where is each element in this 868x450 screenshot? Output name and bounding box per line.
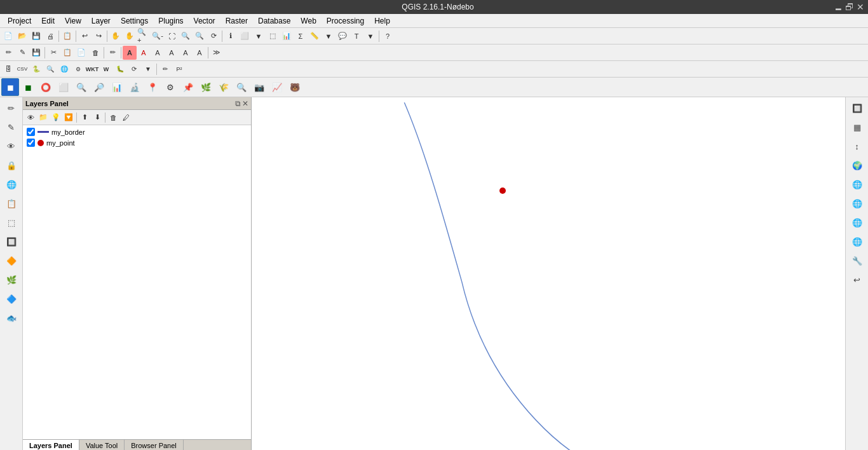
side-btn-12[interactable]: 🐟 — [3, 309, 20, 327]
python-button[interactable]: 🐍 — [29, 62, 43, 76]
expand-all-button[interactable]: ⬆ — [78, 111, 91, 124]
p2-button[interactable]: P² — [172, 62, 186, 76]
help-button[interactable]: ? — [381, 29, 395, 43]
refresh-button[interactable]: ⟳ — [207, 29, 220, 43]
label3-button[interactable]: A — [151, 46, 165, 60]
zoom-in-button[interactable]: 🔍+ — [137, 29, 151, 43]
side-btn-10[interactable]: 🌿 — [3, 271, 20, 289]
label-red-button[interactable]: A — [137, 46, 151, 60]
zoom-out-button[interactable]: 🔍- — [151, 29, 165, 43]
map-tool-magnify-button[interactable]: 🔬 — [126, 78, 144, 96]
text-dropdown-button[interactable]: ▼ — [363, 29, 377, 43]
openlayers-button[interactable]: 🌐 — [57, 62, 71, 76]
osm-button[interactable]: 🔍 — [43, 62, 57, 76]
map-canvas[interactable] — [252, 97, 845, 450]
measure-dropdown-button[interactable]: ▼ — [322, 29, 336, 43]
stats-button[interactable]: Σ — [294, 29, 308, 43]
map-tool-select-button[interactable]: ⬜ — [55, 78, 72, 96]
zoom-full-button[interactable]: ⛶ — [165, 29, 179, 43]
side-btn-7[interactable]: ⬚ — [3, 214, 20, 231]
measure-button[interactable]: 📏 — [308, 29, 322, 43]
edit-save-button[interactable]: 💾 — [29, 46, 43, 60]
minimize-button[interactable]: 🗕 — [834, 2, 843, 12]
menu-item-help[interactable]: Help — [369, 15, 395, 27]
map-tool-green-button[interactable]: ◼ — [19, 78, 37, 96]
right-btn-4[interactable]: 🌍 — [848, 156, 866, 174]
csv-button[interactable]: CSV — [15, 62, 29, 76]
text-button[interactable]: T — [349, 29, 363, 43]
map-tool-camera-button[interactable]: 📷 — [250, 78, 268, 96]
menu-item-raster[interactable]: Raster — [220, 15, 253, 27]
side-btn-4[interactable]: 🔒 — [3, 156, 20, 174]
add-feature-button[interactable]: ✏ — [105, 46, 119, 60]
map-tool-grass-button[interactable]: 🌿 — [197, 78, 215, 96]
map-tool-zoom-button[interactable]: 🔍 — [72, 78, 90, 96]
pan-map2-button[interactable]: ✋ — [123, 29, 137, 43]
maximize-button[interactable]: 🗗 — [845, 2, 854, 12]
add-group-button[interactable]: 📁 — [37, 111, 50, 124]
map-tool-cogwheel-button[interactable]: ⚙ — [161, 78, 179, 96]
right-btn-10[interactable]: ↩ — [848, 271, 866, 289]
menu-item-plugins[interactable]: Plugins — [153, 15, 188, 27]
right-btn-3[interactable]: ↕ — [848, 137, 866, 155]
more-button[interactable]: ≫ — [210, 46, 224, 60]
map-tool-hist-button[interactable]: 📊 — [108, 78, 126, 96]
right-btn-8[interactable]: 🌐 — [848, 233, 866, 250]
georef-button[interactable]: ✏ — [158, 62, 172, 76]
layer-checkbox-my-border[interactable] — [27, 128, 35, 136]
right-btn-6[interactable]: 🌐 — [848, 194, 866, 212]
right-btn-1[interactable]: 🔲 — [848, 99, 866, 117]
edit-toggle-button[interactable]: ✏ — [1, 46, 15, 60]
deselect-button[interactable]: ⬚ — [266, 29, 280, 43]
remove-layer-button[interactable]: 🗑 — [107, 111, 119, 124]
menu-item-layer[interactable]: Layer — [86, 15, 116, 27]
save-project-button[interactable]: 💾 — [29, 29, 43, 43]
paste-features-button[interactable]: 📄 — [74, 46, 88, 60]
print-button[interactable]: 📋 — [60, 29, 74, 43]
menu-item-web[interactable]: Web — [295, 15, 321, 27]
tab-value-tool[interactable]: Value Tool — [79, 440, 125, 450]
map-tool-zoom2-button[interactable]: 🔎 — [90, 78, 108, 96]
tab-layers-panel[interactable]: Layers Panel — [23, 440, 79, 450]
right-btn-9[interactable]: 🔧 — [848, 252, 866, 269]
side-btn-9[interactable]: 🔶 — [3, 252, 20, 269]
side-btn-5[interactable]: 🌐 — [3, 175, 20, 193]
side-btn-2[interactable]: ✎ — [3, 118, 20, 136]
map-tool-zoom3-button[interactable]: 🔍 — [233, 78, 250, 96]
map-tool-bear-button[interactable]: 🐻 — [286, 78, 304, 96]
select-features-button[interactable]: ⬜ — [238, 29, 252, 43]
filter-layer-button[interactable]: 🔽 — [62, 111, 75, 124]
layer-item-my-point[interactable]: my_point — [24, 137, 250, 148]
map-tool-locate-button[interactable]: 📍 — [144, 78, 161, 96]
save-as-button[interactable]: 🖨 — [43, 29, 57, 43]
side-btn-11[interactable]: 🔷 — [3, 290, 20, 308]
refresh2-button[interactable]: ⟳ — [127, 62, 141, 76]
menu-item-processing[interactable]: Processing — [322, 15, 369, 27]
layer-checkbox-my-point[interactable] — [27, 139, 35, 147]
show-tips-button[interactable]: 💡 — [50, 111, 62, 124]
side-btn-8[interactable]: 🔲 — [3, 233, 20, 250]
menu-item-database[interactable]: Database — [253, 15, 295, 27]
layer-item-my-border[interactable]: my_border — [24, 126, 250, 137]
open-project-button[interactable]: 📂 — [15, 29, 29, 43]
label4-button[interactable]: A — [165, 46, 179, 60]
menu-item-vector[interactable]: Vector — [189, 15, 220, 27]
db-manager-button[interactable]: 🗄 — [1, 62, 15, 76]
settings2-button[interactable]: ⚙ — [71, 62, 85, 76]
pan-map-button[interactable]: ✋ — [109, 29, 123, 43]
map-tool-blue-button[interactable]: ◼ — [1, 78, 19, 96]
label6-button[interactable]: A — [193, 46, 207, 60]
menu-item-settings[interactable]: Settings — [116, 15, 153, 27]
menu-item-edit[interactable]: Edit — [36, 15, 60, 27]
map-tool-circle-button[interactable]: ⭕ — [37, 78, 55, 96]
close-button[interactable]: ✕ — [857, 2, 864, 12]
label5-button[interactable]: A — [179, 46, 193, 60]
delete-features-button[interactable]: 🗑 — [88, 46, 102, 60]
menu-item-project[interactable]: Project — [3, 15, 36, 27]
zoom-selection-button[interactable]: 🔍 — [193, 29, 207, 43]
panel-float-button[interactable]: ⧉ — [235, 99, 241, 108]
new-project-button[interactable]: 📄 — [1, 29, 15, 43]
right-btn-2[interactable]: ▦ — [848, 118, 866, 136]
map-tool-bookmark-button[interactable]: 📌 — [179, 78, 197, 96]
open-table-button[interactable]: 📊 — [280, 29, 294, 43]
